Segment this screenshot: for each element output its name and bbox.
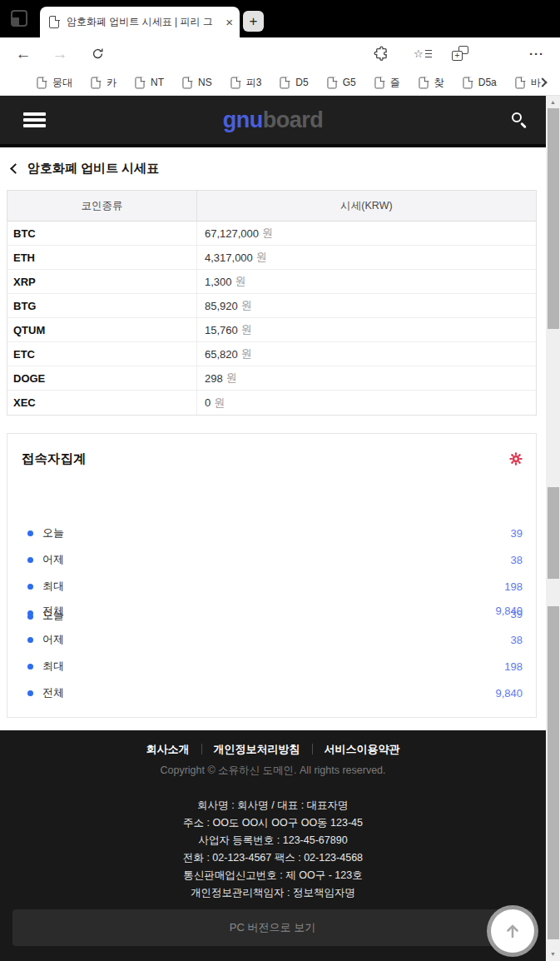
back-chevron-icon [10,163,21,174]
price-unit: 원 [235,274,246,289]
table-body: BTC 67,127,000원 ETH 4,317,000원 XRP 1,300… [7,222,536,415]
price-unit: 원 [262,226,273,241]
bookmark-item[interactable]: 카 [91,76,116,90]
stat-label: 어제 [42,552,64,567]
refresh-button[interactable] [87,37,107,70]
coin-name: ETH [7,246,197,269]
coin-name: QTUM [7,318,197,341]
bullet-icon [27,584,33,590]
forward-button[interactable]: → [50,37,70,70]
footer-link[interactable]: 개인정보처리방침 [201,744,312,754]
page-title-bar[interactable]: 암호화폐 업비트 시세표 [0,147,546,190]
bullet-icon [27,637,33,643]
collections-icon[interactable] [452,46,468,61]
tab-actions-icon[interactable] [11,10,27,27]
visitor-stat-row: 어제 38 [7,546,536,573]
copyright-text: Copyright © 소유하신 도메인. All rights reserve… [0,764,546,778]
bookmark-item[interactable]: NT [135,77,164,89]
coin-price: 4,317,000 [205,251,253,264]
stat-label: 어제 [42,632,64,647]
bookmark-doc-icon [327,77,336,88]
stat-label: 전체 [42,605,64,617]
visitor-stat-row: 전체 9,840 [7,680,536,706]
stat-label: 오늘 [42,525,64,540]
visitor-stat-row: 오늘 39 [7,520,536,546]
bookmark-item[interactable]: D5 [280,77,308,89]
visitor-stat-row-glitched: 오늘 전체 39 9,840 [7,600,536,626]
bookmark-doc-icon [463,77,472,88]
visitors-title: 접속자집계 [22,451,87,468]
search-icon[interactable] [511,112,528,128]
settings-gear-icon[interactable] [509,452,523,466]
browser-tab[interactable]: 암호화폐 업비트 시세표 | 피리 그 × [40,7,240,37]
bookmark-doc-icon [230,77,240,88]
bookmark-item[interactable]: NS [182,77,212,89]
visitor-stat-row: 최대 198 [7,573,536,600]
price-unit: 원 [241,322,252,337]
table-row: ETH 4,317,000원 [7,246,536,270]
table-row: XRP 1,300원 [7,270,536,294]
footer-link[interactable]: 회사소개 [135,744,201,754]
bullet-icon [27,690,33,696]
footer-links: 회사소개 개인정보처리방침 서비스이용약관 [0,744,546,754]
visitor-stat-row: 어제 38 [7,626,536,653]
tab-close-icon[interactable]: × [225,16,233,28]
site-logo[interactable]: gnuboard [0,96,546,144]
bookmark-item[interactable]: 찾 [419,76,444,90]
extensions-puzzle-icon[interactable] [371,37,391,70]
stat-value: 198 [504,660,523,673]
stat-value: 39 [511,527,523,540]
bookmark-item[interactable]: D5a [463,77,497,89]
price-unit: 원 [214,396,225,411]
bookmarks-bar: 뭉대 카 NT NS 피3 D5 G5 [0,70,560,96]
site-footer: 회사소개 개인정보처리방침 서비스이용약관 Copyright © 소유하신 도… [0,730,546,961]
bookmark-doc-icon [374,77,384,88]
page-scrollbar[interactable]: ▲ ▼ [546,96,560,961]
bookmark-doc-icon [182,77,191,88]
scrollbar-thumb[interactable] [548,487,559,579]
stat-value: 38 [511,634,523,646]
stat-value: 198 [504,580,523,593]
bookmark-doc-icon [135,77,144,88]
back-button[interactable]: ← [13,37,33,70]
coin-name: DOGE [7,366,197,390]
scroll-top-button[interactable] [491,909,534,953]
table-row: QTUM 15,760원 [7,318,536,342]
footer-link[interactable]: 서비스이용약관 [312,744,412,754]
bookmark-doc-icon [515,77,524,88]
bookmark-label: 카 [107,76,116,90]
bookmark-doc-icon [37,77,46,88]
scrollbar-thumb[interactable] [548,108,559,329]
scrollbar-thumb[interactable] [548,606,559,939]
new-tab-button[interactable]: + [243,11,264,32]
coin-name: BTG [7,294,197,317]
bookmark-item[interactable]: 피3 [230,76,262,90]
bookmark-label: D5a [478,77,497,88]
price-unit: 원 [226,371,237,386]
page-title: 암호화폐 업비트 시세표 [27,161,159,177]
stat-value: 38 [511,554,523,566]
header-price-krw: 시세(KRW) [197,191,536,221]
pc-version-button[interactable]: PC 버전으로 보기 [12,909,533,946]
table-row: BTG 85,920원 [7,294,536,318]
favorites-bar-icon[interactable]: ☆ [414,37,432,70]
page-doc-icon [49,16,59,28]
more-menu-button[interactable]: ··· [526,37,548,70]
coin-price: 1,300 [205,276,232,288]
price-unit: 원 [241,346,252,361]
stat-label: 최대 [42,659,64,674]
bookmark-item[interactable]: G5 [327,77,356,89]
bullet-icon [27,664,33,670]
company-info-line: 개인정보관리책임자 : 정보책임자명 [0,884,546,902]
bookmark-item[interactable]: 뭉대 [37,76,72,90]
star-icon: ☆ [414,47,424,60]
scrollbar-up-arrow[interactable]: ▲ [546,99,560,105]
coin-name: XRP [7,270,197,293]
bookmark-item[interactable]: 즐 [374,76,400,90]
bookmark-label: NS [198,77,212,88]
scrollbar-down-arrow[interactable]: ▼ [546,951,560,957]
browser-title-bar: 암호화폐 업비트 시세표 | 피리 그 × + [0,0,560,37]
company-info-line: 전화 : 02-123-4567 팩스 : 02-123-4568 [0,849,546,867]
bookmark-item[interactable]: 바 [515,76,541,90]
bullet-icon [27,610,33,616]
